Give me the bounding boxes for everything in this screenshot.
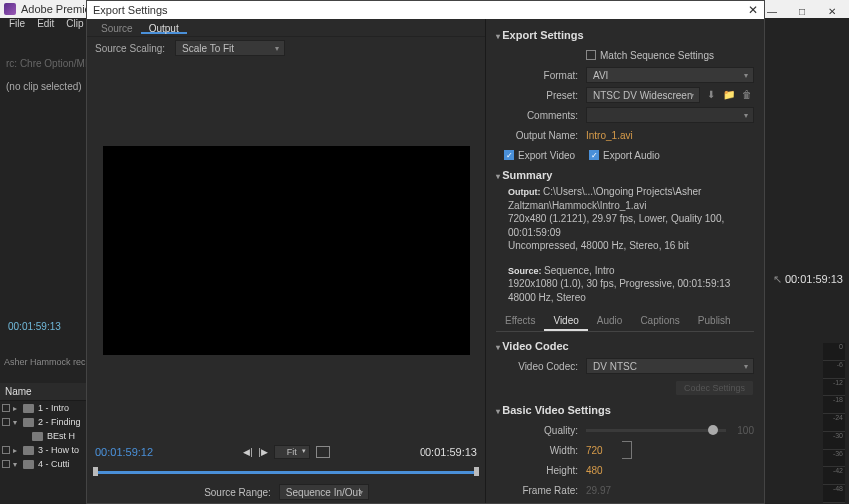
video-preview[interactable] — [87, 59, 485, 441]
out-timecode[interactable]: 00:01:59:13 — [420, 446, 477, 458]
project-name: Asher Hammock rec — [4, 357, 86, 367]
tab-audio[interactable]: Audio — [588, 312, 632, 331]
save-preset-icon[interactable]: ⬇ — [704, 87, 718, 101]
tab-captions[interactable]: Captions — [631, 312, 688, 331]
program-timecode: 00:01:59:13 — [773, 273, 843, 286]
folder-icon — [23, 446, 34, 455]
tab-output[interactable]: Output — [141, 21, 187, 34]
import-preset-icon[interactable]: 📁 — [722, 87, 736, 101]
comments-input[interactable] — [586, 107, 754, 123]
source-range-label: Source Range: — [204, 487, 271, 498]
settings-panel: Export Settings Match Sequence Settings … — [486, 19, 764, 503]
tab-source[interactable]: Source — [93, 21, 141, 34]
match-seq-checkbox[interactable] — [586, 50, 596, 60]
source-tab-label: rc: Chre Option/MP4 — [6, 58, 97, 69]
scrub-bar[interactable] — [87, 463, 485, 481]
codec-dropdown[interactable]: DV NTSC — [586, 358, 754, 374]
bin-row[interactable]: ▸1 - Intro — [0, 401, 86, 415]
no-clip-label: (no clip selected) — [6, 81, 82, 92]
height-value: 480 — [586, 465, 616, 476]
codec-header[interactable]: Video Codec — [496, 340, 754, 352]
close-button[interactable]: ✕ — [817, 2, 847, 20]
folder-icon — [23, 404, 34, 413]
dialog-titlebar: Export Settings ✕ — [87, 1, 764, 19]
folder-icon — [32, 432, 43, 441]
output-name-link[interactable]: Intro_1.avi — [586, 130, 633, 141]
scaling-label: Source Scaling: — [95, 43, 165, 54]
preset-dropdown[interactable]: NTSC DV Widescreen — [586, 87, 700, 103]
folder-icon — [23, 418, 34, 427]
export-dialog: Export Settings ✕ Source Output Source S… — [86, 0, 765, 504]
framerate-value: 29.97 — [586, 485, 611, 496]
folder-icon — [23, 460, 34, 469]
bin-row[interactable]: BEst H — [0, 429, 86, 443]
crop-icon[interactable] — [316, 446, 330, 458]
bin-row[interactable]: ▾4 - Cutti — [0, 457, 86, 471]
app-icon — [4, 3, 16, 15]
source-timecode: 00:01:59:13 — [8, 321, 61, 332]
bin-row[interactable]: ▸3 - How to — [0, 443, 86, 457]
tab-publish[interactable]: Publish — [689, 312, 740, 331]
export-video-checkbox[interactable] — [504, 150, 514, 160]
basic-header[interactable]: Basic Video Settings — [496, 404, 754, 416]
max-button[interactable]: □ — [787, 2, 817, 20]
source-range-dropdown[interactable]: Sequence In/Out — [279, 484, 369, 500]
width-value: 720 — [586, 445, 616, 456]
summary-text: Output: C:\Users\...\Ongoing Projects\As… — [496, 185, 754, 304]
dialog-close-icon[interactable]: ✕ — [748, 3, 758, 17]
step-fwd-icon[interactable]: |▶ — [259, 447, 268, 457]
col-name[interactable]: Name — [0, 383, 86, 401]
codec-settings-button: Codec Settings — [675, 380, 754, 396]
link-dims-icon[interactable] — [622, 441, 632, 459]
format-dropdown[interactable]: AVI — [586, 67, 754, 83]
preview-panel: Source Output Source Scaling: Scale To F… — [87, 19, 486, 503]
menu-edit[interactable]: Edit — [31, 18, 60, 34]
in-timecode[interactable]: 00:01:59:12 — [95, 446, 153, 458]
delete-preset-icon[interactable]: 🗑 — [740, 87, 754, 101]
export-settings-header[interactable]: Export Settings — [496, 29, 754, 41]
audio-meter: 0-6-12 -18-24-30 -36-42-48 — [823, 343, 845, 503]
step-back-icon[interactable]: ◀| — [243, 447, 252, 457]
quality-slider[interactable] — [586, 429, 726, 432]
zoom-dropdown[interactable]: Fit — [274, 445, 310, 459]
project-bins: Name ▸1 - Intro ▾2 - Finding BEst H ▸3 -… — [0, 383, 86, 471]
export-audio-checkbox[interactable] — [589, 150, 599, 160]
dialog-title: Export Settings — [93, 4, 748, 16]
summary-header[interactable]: Summary — [496, 169, 754, 181]
tab-effects[interactable]: Effects — [496, 312, 544, 331]
tab-video[interactable]: Video — [544, 312, 587, 331]
bin-row[interactable]: ▾2 - Finding — [0, 415, 86, 429]
menu-file[interactable]: File — [3, 18, 31, 34]
scaling-dropdown[interactable]: Scale To Fit — [175, 40, 285, 56]
